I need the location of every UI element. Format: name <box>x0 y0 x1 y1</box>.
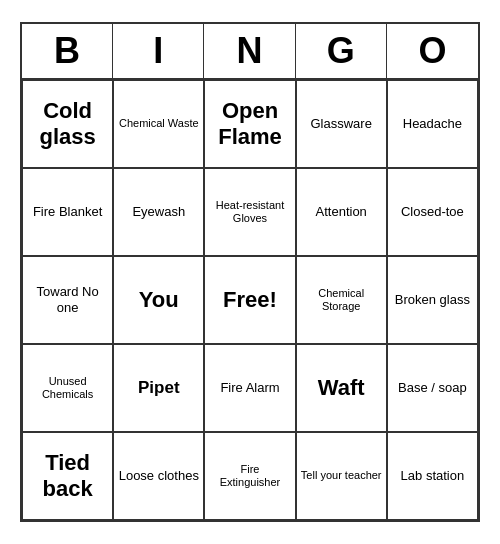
bingo-cell-5: Fire Blanket <box>22 168 113 256</box>
bingo-cell-23: Tell your teacher <box>296 432 387 520</box>
bingo-cell-8: Attention <box>296 168 387 256</box>
bingo-header: BINGO <box>22 24 478 80</box>
bingo-cell-12: Free! <box>204 256 295 344</box>
bingo-cell-20: Tied back <box>22 432 113 520</box>
bingo-cell-11: You <box>113 256 204 344</box>
header-letter: O <box>387 24 478 78</box>
bingo-cell-2: Open Flame <box>204 80 295 168</box>
bingo-cell-16: Pipet <box>113 344 204 432</box>
bingo-cell-4: Headache <box>387 80 478 168</box>
bingo-cell-9: Closed-toe <box>387 168 478 256</box>
bingo-cell-17: Fire Alarm <box>204 344 295 432</box>
bingo-cell-1: Chemical Waste <box>113 80 204 168</box>
bingo-cell-6: Eyewash <box>113 168 204 256</box>
header-letter: G <box>296 24 387 78</box>
bingo-cell-22: Fire Extinguisher <box>204 432 295 520</box>
bingo-cell-21: Loose clothes <box>113 432 204 520</box>
header-letter: I <box>113 24 204 78</box>
bingo-cell-10: Toward No one <box>22 256 113 344</box>
bingo-cell-3: Glassware <box>296 80 387 168</box>
header-letter: N <box>204 24 295 78</box>
bingo-cell-15: Unused Chemicals <box>22 344 113 432</box>
bingo-cell-24: Lab station <box>387 432 478 520</box>
bingo-grid: Cold glassChemical WasteOpen FlameGlassw… <box>22 80 478 520</box>
bingo-cell-7: Heat-resistant Gloves <box>204 168 295 256</box>
bingo-cell-0: Cold glass <box>22 80 113 168</box>
bingo-cell-18: Waft <box>296 344 387 432</box>
bingo-cell-14: Broken glass <box>387 256 478 344</box>
bingo-card: BINGO Cold glassChemical WasteOpen Flame… <box>20 22 480 522</box>
bingo-cell-13: Chemical Storage <box>296 256 387 344</box>
header-letter: B <box>22 24 113 78</box>
bingo-cell-19: Base / soap <box>387 344 478 432</box>
